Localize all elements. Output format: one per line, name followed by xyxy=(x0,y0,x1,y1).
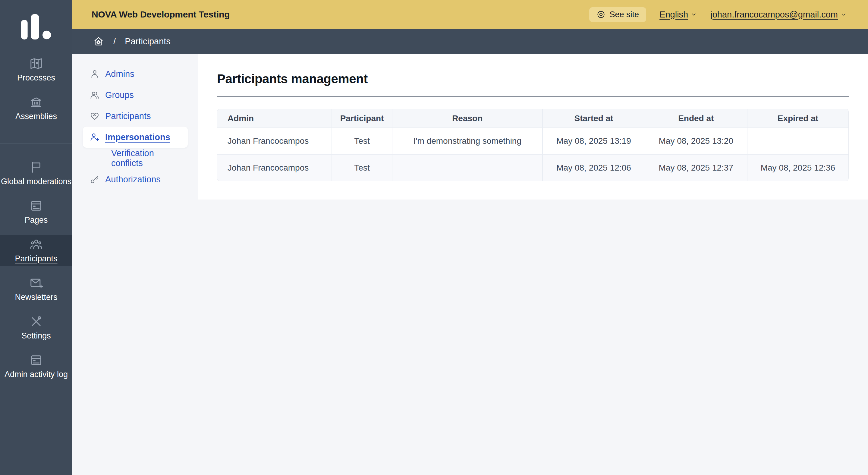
sidebar-divider xyxy=(0,144,72,144)
sidebar-item-settings[interactable]: Settings xyxy=(0,312,72,343)
eye-icon xyxy=(596,10,606,19)
sidebar-item-newsletters[interactable]: Newsletters xyxy=(0,274,72,305)
main-column: NOVA Web Development Testing See site En… xyxy=(72,0,868,475)
sidebar-item-label: Pages xyxy=(25,216,48,225)
key-icon xyxy=(90,174,100,185)
sidebar-item-pages[interactable]: Pages xyxy=(0,196,72,227)
user-menu-dropdown[interactable]: johan.francocampos@gmail.com xyxy=(710,10,847,20)
primary-sidebar: Processes Assemblies Global moderations xyxy=(0,0,72,475)
sidebar-item-label: Processes xyxy=(17,73,55,83)
chevron-down-icon xyxy=(840,11,847,18)
main-content: Participants management Admin Participan… xyxy=(198,54,868,199)
table-row: Johan Francocampos Test I'm demonstratin… xyxy=(217,128,848,154)
home-gear-icon[interactable] xyxy=(93,36,104,47)
page-area: Admins Groups Particip xyxy=(72,54,868,475)
primary-nav: Processes Assemblies Global moderations xyxy=(0,54,72,389)
column-header-started-at: Started at xyxy=(542,109,645,128)
topbar-actions: See site English johan.francocampos@gmai… xyxy=(589,7,847,22)
breadcrumb: / Participants xyxy=(72,29,868,54)
language-label: English xyxy=(659,10,688,20)
mail-add-icon xyxy=(30,276,43,290)
column-header-ended-at: Ended at xyxy=(645,109,747,128)
see-site-label: See site xyxy=(610,10,639,19)
pages-icon xyxy=(30,199,43,213)
cell-admin: Johan Francocampos xyxy=(217,128,332,154)
subnav-item-verification-conflicts[interactable]: Verification conflicts xyxy=(83,148,188,169)
cell-participant: Test xyxy=(332,154,392,181)
subnav-item-label: Admins xyxy=(105,69,134,79)
title-divider xyxy=(217,96,849,97)
user-add-icon xyxy=(90,132,100,142)
cell-reason xyxy=(392,154,542,181)
column-header-participant: Participant xyxy=(332,109,392,128)
subnav-item-participants[interactable]: Participants xyxy=(83,105,188,127)
user-email: johan.francocampos@gmail.com xyxy=(710,10,838,20)
table-header-row: Admin Participant Reason Started at Ende… xyxy=(217,109,848,128)
flag-icon xyxy=(30,161,43,174)
bank-icon xyxy=(30,96,43,109)
cell-participant: Test xyxy=(332,128,392,154)
sidebar-item-label: Global moderations xyxy=(1,177,71,186)
subnav-item-label: Verification conflicts xyxy=(111,148,188,168)
language-dropdown[interactable]: English xyxy=(659,10,697,20)
sidebar-item-assemblies[interactable]: Assemblies xyxy=(0,93,72,124)
cell-started-at: May 08, 2025 13:19 xyxy=(542,128,645,154)
column-header-expired-at: Expired at xyxy=(747,109,848,128)
sidebar-item-label: Settings xyxy=(22,331,51,341)
sidebar-item-label: Admin activity log xyxy=(4,370,68,379)
secondary-sidebar: Admins Groups Particip xyxy=(72,54,198,475)
breadcrumb-separator: / xyxy=(113,36,116,46)
subnav-item-label: Impersonations xyxy=(105,132,170,142)
sidebar-item-admin-activity-log[interactable]: Admin activity log xyxy=(0,351,72,382)
sidebar-item-label: Participants xyxy=(15,254,57,263)
subnav-item-admins[interactable]: Admins xyxy=(83,63,188,85)
decidim-logo-icon xyxy=(21,14,51,39)
group-icon xyxy=(90,90,100,100)
see-site-button[interactable]: See site xyxy=(589,7,647,22)
heart-icon xyxy=(90,111,100,121)
sidebar-item-participants[interactable]: Participants xyxy=(0,235,72,266)
impersonations-table: Admin Participant Reason Started at Ende… xyxy=(217,109,849,181)
map-icon xyxy=(30,57,43,70)
topbar: NOVA Web Development Testing See site En… xyxy=(72,0,868,29)
page-title: Participants management xyxy=(217,72,849,86)
decidim-logo[interactable] xyxy=(0,0,72,54)
sidebar-item-label: Assemblies xyxy=(16,112,57,121)
cell-ended-at: May 08, 2025 13:20 xyxy=(645,128,747,154)
table-row: Johan Francocampos Test May 08, 2025 12:… xyxy=(217,154,848,181)
cell-expired-at: May 08, 2025 12:36 xyxy=(747,154,848,181)
cell-started-at: May 08, 2025 12:06 xyxy=(542,154,645,181)
column-header-admin: Admin xyxy=(217,109,332,128)
cell-expired-at xyxy=(747,128,848,154)
subnav-item-label: Participants xyxy=(105,111,151,121)
cell-admin: Johan Francocampos xyxy=(217,154,332,181)
sidebar-item-global-moderations[interactable]: Global moderations xyxy=(0,158,72,189)
subnav-item-impersonations[interactable]: Impersonations xyxy=(83,127,188,148)
tools-icon xyxy=(30,315,43,328)
sidebar-item-processes[interactable]: Processes xyxy=(0,54,72,85)
sidebar-item-label: Newsletters xyxy=(15,293,57,302)
subnav-item-label: Groups xyxy=(105,90,134,100)
app-window: Processes Assemblies Global moderations xyxy=(0,0,868,475)
column-header-reason: Reason xyxy=(392,109,542,128)
user-icon xyxy=(90,69,100,79)
breadcrumb-current[interactable]: Participants xyxy=(125,36,170,46)
subnav-item-label: Authorizations xyxy=(105,175,161,185)
chevron-down-icon xyxy=(690,11,697,18)
subnav-item-groups[interactable]: Groups xyxy=(83,85,188,105)
cell-ended-at: May 08, 2025 12:37 xyxy=(645,154,747,181)
subnav-item-authorizations[interactable]: Authorizations xyxy=(83,169,188,190)
article-icon xyxy=(30,353,43,367)
organization-title: NOVA Web Development Testing xyxy=(92,9,230,20)
cell-reason: I'm demonstrating something xyxy=(392,128,542,154)
team-icon xyxy=(30,238,43,251)
